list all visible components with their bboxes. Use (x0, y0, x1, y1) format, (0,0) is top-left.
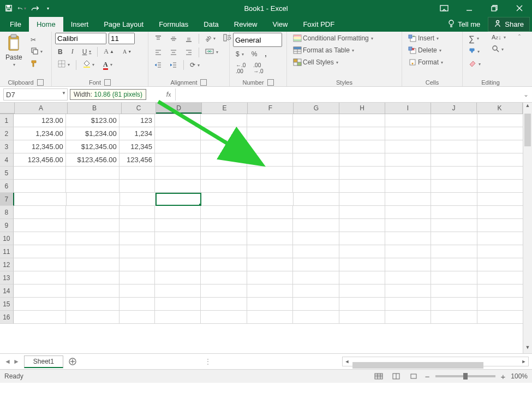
autosum-button[interactable]: ∑▾ (466, 33, 483, 44)
cell-G16[interactable] (293, 311, 339, 324)
cell-A9[interactable] (14, 219, 66, 232)
cell-J4[interactable] (431, 153, 477, 167)
format-cells-button[interactable]: Format▾ (405, 57, 446, 68)
cell-E8[interactable] (201, 206, 247, 219)
zoom-in-button[interactable]: + (501, 372, 506, 381)
cell-A14[interactable] (14, 285, 66, 298)
cell-G11[interactable] (293, 245, 339, 258)
tab-foxit-pdf[interactable]: Foxit PDF (295, 17, 342, 32)
cell-E4[interactable] (201, 153, 247, 167)
cell-J14[interactable] (431, 285, 477, 298)
cell-E5[interactable] (201, 167, 247, 180)
cell-I11[interactable] (385, 245, 431, 258)
paste-button[interactable]: Paste ▾ (3, 33, 25, 68)
redo-icon[interactable] (31, 4, 39, 13)
font-dialog-launcher[interactable] (104, 79, 111, 86)
expand-formula-bar-icon[interactable]: ⌄ (523, 87, 532, 102)
close-button[interactable] (507, 0, 532, 16)
scroll-down-icon[interactable]: ▼ (523, 345, 532, 353)
cell-H13[interactable] (339, 271, 385, 285)
orientation-rotate-button[interactable]: ⟳▾ (187, 60, 202, 70)
cell-G14[interactable] (293, 285, 339, 298)
cell-K16[interactable] (477, 311, 523, 324)
cell-A4[interactable]: 123,456.00 (14, 153, 66, 167)
accounting-format-button[interactable]: $▾ (233, 49, 247, 59)
cell-H12[interactable] (339, 258, 385, 271)
cell-E1[interactable] (201, 114, 247, 127)
font-name-select[interactable] (55, 33, 106, 44)
cell-I12[interactable] (385, 258, 431, 271)
alignment-dialog-launcher[interactable] (200, 79, 207, 86)
row-header-7[interactable]: 7 (0, 193, 14, 206)
cell-C2[interactable]: 1,234 (119, 127, 155, 140)
cell-B13[interactable] (66, 271, 119, 285)
cell-G6[interactable] (293, 180, 339, 193)
cell-I6[interactable] (385, 180, 431, 193)
cell-B10[interactable] (66, 232, 119, 245)
tab-splitter-icon[interactable]: ⋮ (205, 358, 216, 365)
insert-cells-button[interactable]: +Insert▾ (405, 33, 441, 44)
number-dialog-launcher[interactable] (267, 79, 274, 86)
cell-D9[interactable] (155, 219, 201, 232)
cell-C8[interactable] (119, 206, 155, 219)
cell-E2[interactable] (201, 127, 247, 140)
cell-A2[interactable]: 1,234.00 (14, 127, 66, 140)
cell-G5[interactable] (293, 167, 339, 180)
cell-I14[interactable] (385, 285, 431, 298)
cell-C9[interactable] (119, 219, 155, 232)
cell-J9[interactable] (431, 219, 477, 232)
cell-A12[interactable] (14, 258, 66, 271)
cell-K10[interactable] (477, 232, 523, 245)
restore-button[interactable] (482, 0, 507, 16)
orientation-button[interactable]: ab▾ (202, 34, 218, 43)
cell-G12[interactable] (293, 258, 339, 271)
cell-D13[interactable] (155, 271, 201, 285)
cell-K9[interactable] (477, 219, 523, 232)
cell-E7[interactable] (201, 193, 247, 206)
cell-C15[interactable] (119, 298, 155, 311)
percent-format-button[interactable]: % (249, 49, 260, 59)
align-right-button[interactable] (182, 48, 195, 57)
scroll-left-icon[interactable]: ◄ (343, 359, 351, 364)
cell-D10[interactable] (155, 232, 201, 245)
column-header-B[interactable]: B (68, 103, 122, 114)
cell-I13[interactable] (385, 271, 431, 285)
customize-qat-icon[interactable]: ▾ (44, 4, 52, 13)
cell-K11[interactable] (477, 245, 523, 258)
cell-A5[interactable] (14, 167, 66, 180)
cell-F10[interactable] (247, 232, 293, 245)
cell-J11[interactable] (431, 245, 477, 258)
cell-A16[interactable] (14, 311, 66, 324)
cell-K15[interactable] (477, 298, 523, 311)
delete-cells-button[interactable]: Delete▾ (405, 45, 444, 56)
cell-B11[interactable] (66, 245, 119, 258)
cell-F15[interactable] (247, 298, 293, 311)
cell-C13[interactable] (119, 271, 155, 285)
clear-button[interactable]: ▾ (466, 59, 483, 69)
cell-K8[interactable] (477, 206, 523, 219)
minimize-button[interactable] (457, 0, 482, 16)
cell-K14[interactable] (477, 285, 523, 298)
cell-B7[interactable] (67, 193, 120, 206)
column-header-J[interactable]: J (431, 103, 477, 114)
italic-button[interactable]: I (69, 46, 76, 57)
share-button[interactable]: Share (488, 17, 530, 32)
column-header-C[interactable]: C (122, 103, 156, 114)
cell-B14[interactable] (66, 285, 119, 298)
cell-H16[interactable] (339, 311, 385, 324)
cell-G4[interactable] (293, 153, 339, 167)
cell-A3[interactable]: 12,345.00 (14, 140, 66, 153)
horizontal-scrollbar[interactable]: ◄ ► (342, 357, 529, 366)
row-header-1[interactable]: 1 (0, 114, 14, 127)
cell-E16[interactable] (201, 311, 247, 324)
cell-B2[interactable]: $1,234.00 (66, 127, 119, 140)
decrease-font-button[interactable]: A▼ (120, 48, 134, 56)
cell-G8[interactable] (293, 206, 339, 219)
cell-B12[interactable] (66, 258, 119, 271)
cell-H9[interactable] (339, 219, 385, 232)
cell-F1[interactable] (247, 114, 293, 127)
column-header-D[interactable]: D (156, 103, 202, 114)
sort-filter-button[interactable]: AZ↓▾ (489, 33, 509, 42)
decrease-indent-button[interactable] (152, 60, 165, 70)
cell-D3[interactable] (155, 140, 201, 153)
